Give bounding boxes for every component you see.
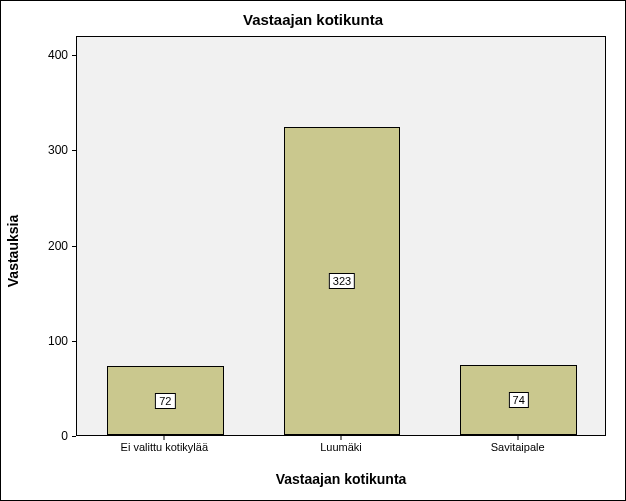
plot-area: 7232374 xyxy=(76,36,606,436)
y-tick-label: 100 xyxy=(1,334,68,348)
x-tick-label: Luumäki xyxy=(320,441,362,453)
y-tick-mark xyxy=(72,436,76,437)
x-tick-mark xyxy=(341,436,342,440)
chart-title: Vastaajan kotikunta xyxy=(1,11,625,28)
x-tick-label: Savitaipale xyxy=(491,441,545,453)
x-tick-mark xyxy=(164,436,165,440)
x-tick-label: Ei valittu kotikylää xyxy=(121,441,208,453)
bar-value-label: 74 xyxy=(509,392,529,408)
y-tick-label: 400 xyxy=(1,48,68,62)
chart-container: Vastaajan kotikunta Vastauksia 010020030… xyxy=(0,0,626,501)
x-tick-mark xyxy=(517,436,518,440)
x-axis-label: Vastaajan kotikunta xyxy=(76,471,606,487)
y-tick-label: 300 xyxy=(1,143,68,157)
y-tick-label: 0 xyxy=(1,429,68,443)
bar-value-label: 323 xyxy=(329,273,355,289)
bar-value-label: 72 xyxy=(155,393,175,409)
y-tick-label: 200 xyxy=(1,239,68,253)
